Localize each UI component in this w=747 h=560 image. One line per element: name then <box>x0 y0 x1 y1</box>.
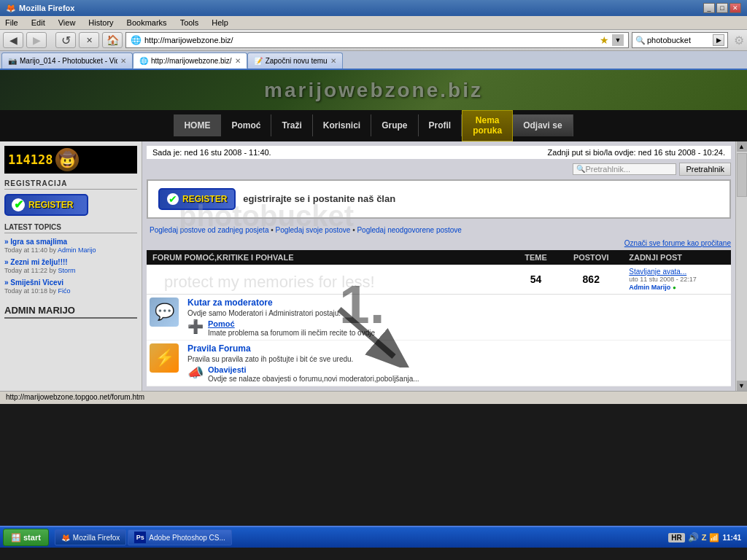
admin-title: ADMIN MARIJO <box>4 305 137 319</box>
systray-icon-3: 📶 <box>709 533 719 542</box>
main-content: 114128 🤠 REGISTRACIJA ✔ REGISTER LATEST … <box>0 141 747 391</box>
topic-item-3: » Smiješni Vicevi Today at 10:18 by Fićo <box>4 279 137 295</box>
tab-photobucket[interactable]: 📷 Marijo_014 - Photobucket - Video and I… <box>1 52 133 69</box>
menu-help[interactable]: Help <box>209 18 231 28</box>
mark-read-link[interactable]: Označi sve forume kao pročitane <box>624 239 731 247</box>
start-button[interactable]: 🪟 start <box>3 529 49 546</box>
address-bar[interactable]: 🌐 ★ ▼ <box>125 32 629 48</box>
posts-links-bar: Pogledaj postove od zadnjeg posjeta • Po… <box>147 225 731 236</box>
subforum-icon-cell-2: ⚡ <box>147 340 182 386</box>
sub-link-1[interactable]: Pomoć <box>208 319 235 328</box>
subforum-link-2[interactable]: Pravila Foruma <box>187 343 251 354</box>
subforum-icon-cell-1: 💬 <box>147 294 182 340</box>
search-button[interactable]: ▶ <box>713 34 724 46</box>
search-input[interactable] <box>647 36 713 44</box>
nav-bar: HOME Pomoć Traži Korisnici Grupe Profil … <box>0 110 747 141</box>
tab-icon: 📷 <box>8 57 17 65</box>
menu-view[interactable]: View <box>56 18 78 28</box>
dropdown-btn[interactable]: ▼ <box>612 34 624 46</box>
menu-tools[interactable]: Tools <box>178 18 201 28</box>
nav-home[interactable]: HOME <box>174 114 221 136</box>
topic-meta-3: Today at 10:18 by Fićo <box>4 287 71 295</box>
menu-bookmarks[interactable]: Bookmarks <box>125 18 169 28</box>
tab-close-marijowebzone[interactable]: ✕ <box>235 57 241 65</box>
nav-pomoc[interactable]: Pomoć <box>221 114 271 136</box>
photoshop-icon: Ps <box>134 532 146 543</box>
subforum-info-2: Pravila Foruma Pravila su pravila zato i… <box>182 340 513 386</box>
tab-icon-new: 📝 <box>254 57 263 65</box>
nav-korisnici[interactable]: Korisnici <box>313 114 371 136</box>
banner-register-button[interactable]: ✔ REGISTER <box>158 188 236 210</box>
subforum-icon-1: 💬 <box>150 298 179 327</box>
tab-marijowebzone[interactable]: 🌐 http://marijowebzone.biz/ ✕ <box>133 52 247 69</box>
subforum-row-1: 💬 Kutar za moderatore Ovdje samo Moderat… <box>147 294 731 340</box>
posts-last-visit-link[interactable]: Pogledaj postove od zadnjeg posjeta <box>150 226 268 234</box>
forum-stats-row: 54 862 Stavljanje avata... uto 11 stu 20… <box>147 265 731 295</box>
settings-icon[interactable]: ⚙ <box>734 34 744 47</box>
stop-button[interactable]: ✕ <box>79 32 99 48</box>
topic-link-3[interactable]: » Smiješni Vicevi <box>4 279 137 287</box>
counter-avatar: 🤠 <box>55 148 79 171</box>
window-buttons[interactable]: _ □ ✕ <box>703 3 741 13</box>
site-logo: marijowebzone.biz <box>264 79 483 102</box>
lang-badge: HR <box>668 533 684 542</box>
forum-search-input[interactable] <box>585 165 673 174</box>
browser-toolbar: ◀ ▶ ↺ ✕ 🏠 🌐 ★ ▼ 🔍 ▶ ⚙ <box>0 30 747 51</box>
taskbar-items: 🦊 Mozilla Firefox Ps Adobe Photoshop CS.… <box>52 529 662 545</box>
nav-grupe[interactable]: Grupe <box>371 114 418 136</box>
subforum-sub-2: 📣 Obavijesti Ovdje se nalaze obavjesti o… <box>187 365 507 383</box>
reload-button[interactable]: ↺ <box>55 32 76 48</box>
menu-file[interactable]: File <box>3 18 20 28</box>
menu-edit[interactable]: Edit <box>29 18 47 28</box>
scrollbar[interactable]: ▲ ▼ <box>735 141 747 391</box>
taskbar-right: HR 🔊 Z 📶 11:41 <box>662 532 747 542</box>
subforum-link-1[interactable]: Kutar za moderatore <box>187 298 273 308</box>
menu-bar: File Edit View History Bookmarks Tools H… <box>0 16 747 30</box>
scroll-up[interactable]: ▲ <box>737 141 747 152</box>
tab-new-topic[interactable]: 📝 Započni novu temu ✕ <box>247 52 343 69</box>
tab-icon-active: 🌐 <box>139 57 148 65</box>
register-btn-text: REGISTER <box>28 200 73 210</box>
sub-link-2[interactable]: Obavijesti <box>208 365 247 374</box>
admin-section: ADMIN MARIJO <box>4 305 137 319</box>
topic-link-1[interactable]: » Igra sa smajlima <box>4 238 137 246</box>
firefox-label: Mozilla Firefox <box>73 534 120 542</box>
last-post-user: Admin Marijo <box>629 284 670 291</box>
mark-read-bar: Označi sve forume kao pročitane <box>147 239 731 247</box>
back-button[interactable]: ◀ <box>3 32 23 48</box>
tab-close-new-topic[interactable]: ✕ <box>330 57 336 65</box>
posts-own-link[interactable]: Pogledaj svoje postove <box>276 226 351 234</box>
address-input[interactable] <box>144 36 597 44</box>
scroll-down[interactable]: ▼ <box>737 381 747 391</box>
nav-trazi[interactable]: Traži <box>271 114 312 136</box>
maximize-button[interactable]: □ <box>716 3 728 13</box>
topic-item-2: » Zezni mi želju!!!! Today at 11:22 by S… <box>4 258 137 274</box>
tab-close-photobucket[interactable]: ✕ <box>120 57 126 65</box>
taskbar-item-firefox[interactable]: 🦊 Mozilla Firefox <box>55 529 126 545</box>
sub-icon-2: 📣 <box>187 365 204 381</box>
photoshop-label: Adobe Photoshop CS... <box>149 534 225 542</box>
systray-icon-2: Z <box>702 533 707 542</box>
nav-poruke[interactable]: Nemaporuka <box>462 110 513 141</box>
minimize-button[interactable]: _ <box>703 3 715 13</box>
last-post-link[interactable]: Stavljanje avata... <box>629 268 725 276</box>
nav-profil[interactable]: Profil <box>419 114 462 136</box>
nav-odjavi[interactable]: Odjavi se <box>513 114 573 136</box>
search-bar: 🔍 ▶ <box>632 32 728 48</box>
windows-logo: 🪟 <box>11 533 21 542</box>
scroll-thumb[interactable] <box>737 153 747 197</box>
register-button[interactable]: ✔ REGISTER <box>4 194 88 216</box>
bookmark-star[interactable]: ★ <box>597 34 612 46</box>
forum-search-field-wrap[interactable]: 🔍 <box>573 163 676 175</box>
forum-search-submit[interactable]: Pretrahlnik <box>679 163 731 176</box>
subforum-row-2: ⚡ Pravila Foruma Pravila su pravila zato… <box>147 340 731 386</box>
menu-history[interactable]: History <box>86 18 115 28</box>
title-bar: 🦊 Mozilla Firefox _ □ ✕ <box>0 0 747 16</box>
forward-button[interactable]: ▶ <box>26 32 47 48</box>
topic-link-2[interactable]: » Zezni mi želju!!!! <box>4 258 137 266</box>
close-button[interactable]: ✕ <box>729 3 741 13</box>
posts-unanswered-link[interactable]: Pogledaj neodgovorene postove <box>357 226 461 234</box>
taskbar-item-photoshop[interactable]: Ps Adobe Photoshop CS... <box>128 529 232 545</box>
home-button[interactable]: 🏠 <box>102 32 123 48</box>
status-url: http://marijowebzone.topgoo.net/forum.ht… <box>6 393 144 401</box>
